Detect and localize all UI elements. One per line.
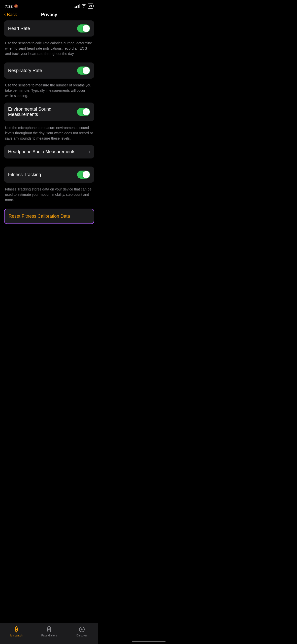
respiratory-rate-section: Respiratory Rate Use the sensors to meas… xyxy=(4,62,94,103)
respiratory-rate-card[interactable]: Respiratory Rate xyxy=(4,62,94,79)
battery-percent: 79 xyxy=(89,5,92,8)
chevron-right-icon: › xyxy=(89,149,90,154)
respiratory-rate-label: Respiratory Rate xyxy=(8,68,77,73)
environmental-sound-description: Use the microphone to measure environmen… xyxy=(4,123,94,145)
fitness-tracking-card[interactable]: Fitness Tracking xyxy=(4,167,94,183)
environmental-sound-card[interactable]: Environmental Sound Measurements xyxy=(4,103,94,121)
respiratory-rate-toggle[interactable] xyxy=(77,67,90,75)
toggle-knob xyxy=(83,25,90,32)
content-area: Heart Rate Use the sensors to calculate … xyxy=(0,20,98,247)
status-right: 79 xyxy=(75,4,93,9)
toggle-knob xyxy=(83,171,90,178)
toggle-knob xyxy=(83,108,90,115)
toggle-knob xyxy=(83,67,90,74)
mute-icon: 🔕 xyxy=(14,4,18,8)
reset-fitness-card[interactable]: Reset Fitness Calibration Data xyxy=(4,209,94,224)
wifi-icon xyxy=(82,4,86,8)
fitness-tracking-description: Fitness Tracking stores data on your dev… xyxy=(4,185,94,207)
heart-rate-card[interactable]: Heart Rate xyxy=(4,20,94,37)
status-bar: 7:22 🔕 79 xyxy=(0,0,98,10)
fitness-tracking-toggle[interactable] xyxy=(77,171,90,179)
heart-rate-section: Heart Rate Use the sensors to calculate … xyxy=(4,20,94,60)
headphone-audio-label: Headphone Audio Measurements xyxy=(8,149,89,154)
back-button[interactable]: ‹ Back xyxy=(4,12,17,17)
environmental-sound-section: Environmental Sound Measurements Use the… xyxy=(4,103,94,145)
heart-rate-toggle[interactable] xyxy=(77,24,90,33)
environmental-sound-toggle[interactable] xyxy=(77,108,90,116)
headphone-audio-card[interactable]: Headphone Audio Measurements › xyxy=(4,145,94,158)
respiratory-rate-description: Use the sensors to measure the number of… xyxy=(4,81,94,103)
environmental-sound-label: Environmental Sound Measurements xyxy=(8,107,77,117)
page-title: Privacy xyxy=(41,12,57,17)
heart-rate-description: Use the sensors to calculate calories bu… xyxy=(4,39,94,60)
status-left: 7:22 🔕 xyxy=(5,4,18,8)
fitness-tracking-label: Fitness Tracking xyxy=(8,172,77,177)
navigation-bar: ‹ Back Privacy xyxy=(0,10,98,20)
signal-icon xyxy=(75,4,80,8)
time-label: 7:22 xyxy=(5,4,13,8)
heart-rate-label: Heart Rate xyxy=(8,26,77,31)
reset-fitness-label: Reset Fitness Calibration Data xyxy=(9,214,70,219)
fitness-tracking-section: Fitness Tracking Fitness Tracking stores… xyxy=(4,167,94,207)
headphone-audio-section: Headphone Audio Measurements › xyxy=(4,145,94,167)
back-label: Back xyxy=(7,12,17,17)
back-chevron-icon: ‹ xyxy=(4,12,6,17)
battery-indicator: 79 xyxy=(88,4,93,9)
